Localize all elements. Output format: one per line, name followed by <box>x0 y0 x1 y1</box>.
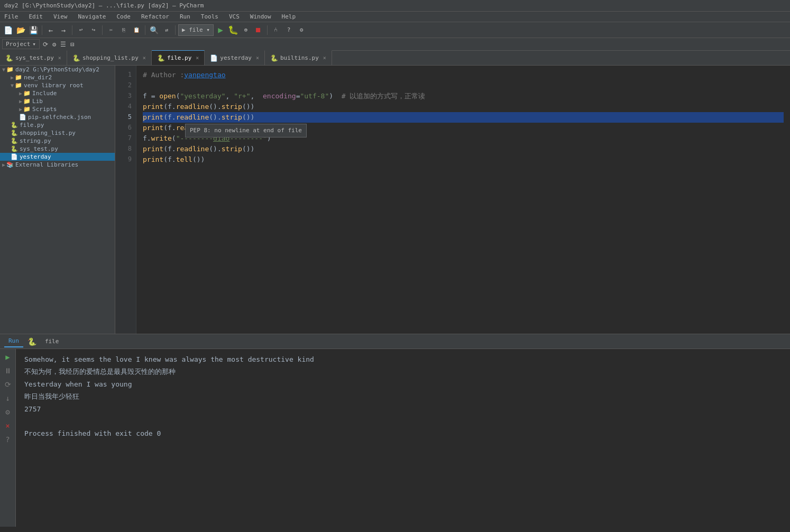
include-icon: 📁 <box>23 90 31 97</box>
menu-refactor[interactable]: Refactor <box>139 13 171 21</box>
tab-label-file: file.py <box>167 54 191 61</box>
tree-shopping-list-py[interactable]: 🐍 shopping_list.py <box>0 129 115 137</box>
menu-file[interactable]: File <box>2 13 21 21</box>
sys-test-py-icon: 🐍 <box>11 145 18 152</box>
l3-comma1: , <box>226 91 234 102</box>
run-play-btn[interactable]: ▶ <box>2 351 14 363</box>
toolbar-forward[interactable]: → <box>58 24 69 36</box>
project-filter-icon[interactable]: ☰ <box>59 40 67 49</box>
toolbar-sep4 <box>145 25 145 35</box>
tab-close-sys-test[interactable]: × <box>58 55 61 61</box>
project-sync-icon[interactable]: ⟳ <box>42 40 49 49</box>
run-tab-run[interactable]: Run <box>4 335 23 347</box>
code-line-1: # Author :yanpengtao <box>143 70 784 80</box>
menu-run[interactable]: Run <box>178 13 192 21</box>
run-stop-btn[interactable]: ⏸ <box>2 365 14 377</box>
author-link[interactable]: yanpengtao <box>184 70 225 81</box>
run-scroll-btn[interactable]: ↓ <box>2 392 14 404</box>
tab-builtins[interactable]: 🐍 builtins.py × <box>265 50 332 65</box>
sidebar: ▼ 📁 day2 G:\PythonStudy\day2 ▶ 📁 new_dir… <box>0 66 115 334</box>
menu-bar: File Edit View Navigate Code Refactor Ru… <box>0 12 790 22</box>
project-gear-icon[interactable]: ⚙ <box>51 40 57 49</box>
tree-file-py[interactable]: 🐍 file.py <box>0 121 115 129</box>
toolbar-vcs[interactable]: ⑃ <box>270 24 282 36</box>
output-line-1: Somehow, it seems the love I knew was al… <box>24 353 782 365</box>
tree-lib[interactable]: ▶ 📁 Lib <box>0 97 115 105</box>
tree-venv[interactable]: ▼ 📁 venv library root <box>0 81 115 89</box>
tree-include[interactable]: ▶ 📁 Include <box>0 89 115 97</box>
run-config-dropdown[interactable]: ▶ file ▾ <box>178 24 214 36</box>
line-num-8: 8 <box>120 144 132 154</box>
toolbar-back[interactable]: ← <box>45 24 57 36</box>
toolbar-search[interactable]: 🔍 <box>148 24 160 36</box>
line-num-7: 7 <box>120 133 132 144</box>
tree-sys-test-py[interactable]: 🐍 sys_test.py <box>0 145 115 153</box>
run-panel-file-icon: 🐍 <box>27 337 36 346</box>
tree-yesterday-file[interactable]: 📄 yesterday <box>0 153 115 161</box>
tree-new-dir2[interactable]: ▶ 📁 new_dir2 <box>0 74 115 81</box>
l3-cmt: # 以追加的方式写，正常读 <box>342 91 426 102</box>
code-line-3: f = open ( "yesterday" , "r+" , encoding… <box>143 91 784 102</box>
l8-print: print <box>143 144 163 155</box>
project-bar: Project ▾ ⟳ ⚙ ☰ ⊟ <box>0 38 790 51</box>
sys-test-py-label: sys_test.py <box>20 145 58 152</box>
run-content: ▶ ⏸ ⟳ ↓ ⚙ × ? Somehow, it seems the love… <box>0 349 790 527</box>
run-sidebar: ▶ ⏸ ⟳ ↓ ⚙ × ? <box>0 349 16 527</box>
output-line-2: 不知为何，我经历的爱情总是最具毁灭性的的那种 <box>24 365 782 378</box>
menu-code[interactable]: Code <box>114 13 133 21</box>
menu-help[interactable]: Help <box>280 13 298 21</box>
toolbar-stop[interactable]: ⏹ <box>253 24 264 36</box>
l6-p2: (). <box>209 123 221 134</box>
toolbar-open[interactable]: 📂 <box>15 24 26 36</box>
project-collapse-icon[interactable]: ⊟ <box>69 40 75 49</box>
tab-file[interactable]: 🐍 file.py × <box>152 50 205 65</box>
menu-vcs[interactable]: VCS <box>227 13 242 21</box>
tab-close-yesterday[interactable]: × <box>256 55 259 61</box>
code-line-4: print (f. readline (). strip ()) <box>143 102 784 112</box>
toolbar-run-btn[interactable]: ▶ <box>215 24 226 36</box>
tab-close-file[interactable]: × <box>196 55 199 61</box>
menu-edit[interactable]: Edit <box>27 13 45 21</box>
tab-icon-shopping: 🐍 <box>72 54 80 62</box>
run-rerun-btn[interactable]: ⟳ <box>2 379 14 390</box>
tab-shopping-list[interactable]: 🐍 shopping_list.py × <box>67 50 152 65</box>
run-help-btn[interactable]: ? <box>2 434 14 445</box>
l3-str1: "yesterday" <box>180 91 225 102</box>
tree-external-libraries[interactable]: ▶ 📚 External Libraries <box>0 161 115 169</box>
tree-string-py[interactable]: 🐍 string.py <box>0 137 115 145</box>
menu-window[interactable]: Window <box>248 13 273 21</box>
toolbar-save[interactable]: 💾 <box>27 24 39 36</box>
toolbar-cut[interactable]: ✂ <box>105 24 117 36</box>
run-settings-btn[interactable]: ⚙ <box>2 406 14 418</box>
l6-print: print <box>143 123 163 134</box>
menu-view[interactable]: View <box>51 13 70 21</box>
menu-tools[interactable]: Tools <box>199 13 221 21</box>
tree-pip-selfcheck[interactable]: 📄 pip-selfcheck.json <box>0 113 115 121</box>
toolbar-debug-btn[interactable]: 🐛 <box>227 24 239 36</box>
run-close-btn[interactable]: × <box>2 420 14 432</box>
venv-arrow: ▼ <box>11 82 14 88</box>
menu-navigate[interactable]: Navigate <box>76 13 108 21</box>
run-tab-file[interactable]: file <box>41 336 63 347</box>
tab-close-builtins[interactable]: × <box>323 55 326 61</box>
tab-icon-sys-test: 🐍 <box>5 54 13 62</box>
code-editor[interactable]: 1 2 3 4 5 6 7 8 9 # Author :yanpengtao <box>115 66 790 334</box>
tab-yesterday[interactable]: 📄 yesterday × <box>205 50 265 65</box>
toolbar-undo[interactable]: ↩ <box>75 24 87 36</box>
tab-label-shopping: shopping_list.py <box>82 54 139 61</box>
toolbar-replace[interactable]: ⇄ <box>161 24 172 36</box>
toolbar-run-coverage[interactable]: ⊕ <box>240 24 252 36</box>
tab-close-shopping[interactable]: × <box>143 55 146 61</box>
tree-root[interactable]: ▼ 📁 day2 G:\PythonStudy\day2 <box>0 66 115 74</box>
l9-p: (f. <box>163 154 176 166</box>
toolbar-redo[interactable]: ↪ <box>88 24 99 36</box>
toolbar-copy[interactable]: ⎘ <box>118 24 130 36</box>
tab-sys-test[interactable]: 🐍 sys_test.py × <box>0 50 67 65</box>
toolbar-terminal[interactable]: ? <box>283 24 295 36</box>
tree-scripts[interactable]: ▶ 📁 Scripts <box>0 105 115 113</box>
toolbar-new[interactable]: 📄 <box>2 24 14 36</box>
toolbar-paste[interactable]: 📋 <box>131 24 142 36</box>
l6-p: (f. <box>163 123 176 134</box>
toolbar-settings[interactable]: ⚙ <box>296 24 307 36</box>
project-dropdown[interactable]: Project ▾ <box>2 39 40 49</box>
